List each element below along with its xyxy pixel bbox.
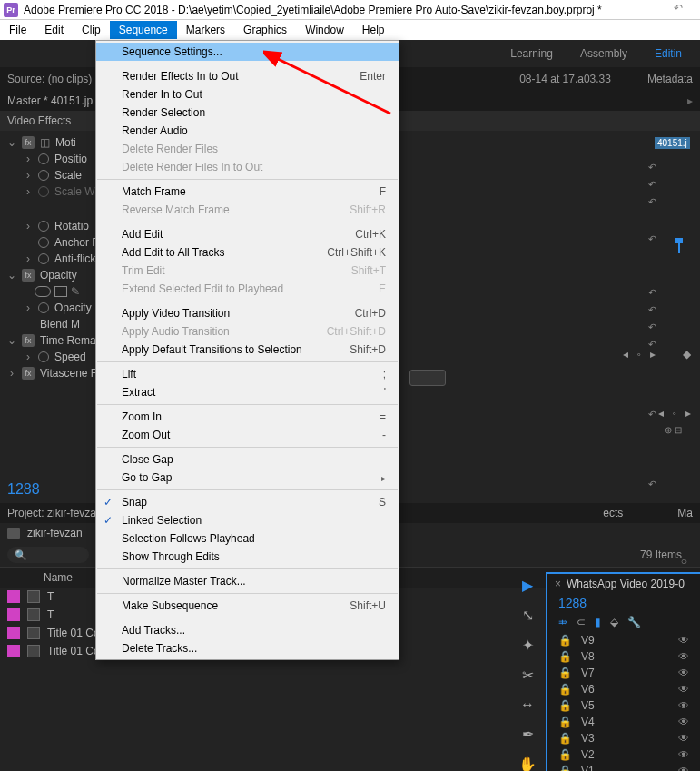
prev-keyframe-icon[interactable]: ◂ <box>623 348 628 361</box>
twirl-icon[interactable]: ⌄ <box>7 334 16 347</box>
sequence-tab[interactable]: WhatsApp Video 2019-0 <box>567 578 685 590</box>
menu-item-make-subsequence[interactable]: Make SubsequenceShift+U <box>96 597 399 615</box>
menu-item-snap[interactable]: ✓SnapS <box>96 493 399 511</box>
menu-item-lift[interactable]: Lift; <box>96 365 399 383</box>
mask-ellipse-icon[interactable] <box>35 286 51 297</box>
close-icon[interactable]: × <box>555 578 561 590</box>
stopwatch-icon[interactable] <box>38 351 49 362</box>
menu-item-render-selection[interactable]: Render Selection <box>96 104 399 122</box>
menu-edit[interactable]: Edit <box>35 21 73 39</box>
twirl-icon[interactable]: › <box>24 301 33 314</box>
zoom-scrollbar[interactable]: ○ <box>681 555 687 568</box>
twirl-icon[interactable]: ⌄ <box>7 269 16 282</box>
workspace-assembly[interactable]: Assembly <box>580 47 627 60</box>
effect-time-remap[interactable]: Time Rema <box>40 334 96 347</box>
pen-tool-icon[interactable]: ✒ <box>522 726 534 743</box>
lock-icon[interactable]: 🔒 <box>558 699 572 712</box>
stopwatch-icon[interactable] <box>38 302 49 313</box>
eye-icon[interactable]: 👁 <box>678 699 689 712</box>
marker-icon[interactable]: ▮ <box>595 616 601 628</box>
param-opacity[interactable]: Opacity <box>54 301 92 314</box>
fx-badge[interactable]: fx <box>22 334 35 347</box>
wrench-icon[interactable]: 🔧 <box>627 616 641 628</box>
menu-item-zoom-out[interactable]: Zoom Out- <box>96 426 399 444</box>
reset-icon[interactable]: ↶ <box>670 2 686 15</box>
razor-tool-icon[interactable]: ✂ <box>522 667 534 684</box>
reset-icon[interactable]: ↶ <box>648 304 656 316</box>
search-input[interactable] <box>7 547 89 563</box>
mask-pen-icon[interactable]: ✎ <box>71 285 80 298</box>
menu-item-add-edit[interactable]: Add EditCtrl+K <box>96 225 399 243</box>
metadata-tab[interactable]: Metadata <box>647 73 693 85</box>
workspace-learning[interactable]: Learning <box>510 47 553 60</box>
ripple-edit-tool-icon[interactable]: ✦ <box>522 637 534 654</box>
lock-icon[interactable]: 🔒 <box>558 667 572 679</box>
lock-icon[interactable]: 🔒 <box>558 683 572 696</box>
next-keyframe-icon[interactable]: ▸ <box>685 407 691 420</box>
twirl-icon[interactable]: › <box>24 252 33 265</box>
reset-icon[interactable]: ↶ <box>648 409 656 420</box>
mask-rect-icon[interactable] <box>54 286 67 297</box>
menu-window[interactable]: Window <box>296 21 353 39</box>
twirl-icon[interactable]: › <box>7 367 16 380</box>
track-header[interactable]: 🔒V6👁 <box>547 681 700 697</box>
playhead-marker[interactable] <box>678 242 680 253</box>
twirl-icon[interactable]: › <box>24 351 33 363</box>
reset-icon[interactable]: ↶ <box>648 179 656 191</box>
menu-item-zoom-in[interactable]: Zoom In= <box>96 408 399 426</box>
menu-help[interactable]: Help <box>353 21 394 39</box>
reset-icon[interactable]: ↶ <box>648 233 656 245</box>
next-keyframe-icon[interactable]: ▸ <box>650 348 656 361</box>
label-color-chip[interactable] <box>7 645 20 657</box>
menu-item-apply-video-transition[interactable]: Apply Video TransitionCtrl+D <box>96 304 399 322</box>
stopwatch-icon[interactable] <box>38 253 49 264</box>
fx-badge[interactable]: fx <box>22 269 35 282</box>
source-label[interactable]: Source: (no clips) <box>7 73 92 85</box>
track-header[interactable]: 🔒V3👁 <box>547 730 700 746</box>
track-header[interactable]: 🔒V8👁 <box>547 648 700 665</box>
snap-icon[interactable]: ⤃ <box>558 616 567 628</box>
fx-badge[interactable]: fx <box>22 136 35 149</box>
add-keyframe-icon[interactable]: ◦ <box>637 348 641 361</box>
lock-icon[interactable]: 🔒 <box>558 650 572 663</box>
menu-item-extract[interactable]: Extract' <box>96 383 399 401</box>
slip-tool-icon[interactable]: ↔ <box>520 697 535 713</box>
blend-mode-dropdown[interactable] <box>409 370 446 386</box>
menu-graphics[interactable]: Graphics <box>234 21 296 39</box>
lock-icon[interactable]: 🔒 <box>558 716 572 728</box>
menu-item-sequence-settings[interactable]: Sequence Settings... <box>96 43 399 61</box>
selection-tool-icon[interactable]: ▶ <box>522 577 533 594</box>
reset-icon[interactable]: ↶ <box>648 162 656 173</box>
menu-item-delete-tracks[interactable]: Delete Tracks... <box>96 639 399 657</box>
lock-icon[interactable]: 🔒 <box>558 748 572 761</box>
eye-icon[interactable]: 👁 <box>678 667 689 679</box>
stopwatch-icon[interactable] <box>38 237 49 248</box>
param-position[interactable]: Positio <box>54 153 87 165</box>
track-header[interactable]: 🔒V1👁 <box>547 763 700 771</box>
menu-item-apply-default-transitions-to-selection[interactable]: Apply Default Transitions to SelectionSh… <box>96 341 399 359</box>
eye-icon[interactable]: 👁 <box>678 716 689 728</box>
effect-vitascene[interactable]: Vitascene F <box>40 367 97 380</box>
param-anchor[interactable]: Anchor F <box>54 236 99 249</box>
project-tab[interactable]: Project: zikir-fevza <box>7 507 96 519</box>
stopwatch-icon[interactable] <box>38 221 49 232</box>
stopwatch-icon[interactable] <box>38 153 49 164</box>
track-header[interactable]: 🔒V2👁 <box>547 746 700 763</box>
menu-item-render-audio[interactable]: Render Audio <box>96 122 399 140</box>
track-header[interactable]: 🔒V4👁 <box>547 714 700 730</box>
keyframe-diamond-icon[interactable]: ◆ <box>683 348 691 361</box>
param-scale[interactable]: Scale <box>54 169 82 182</box>
playhead-icon[interactable]: ▸ <box>687 94 693 107</box>
menu-item-add-tracks[interactable]: Add Tracks... <box>96 621 399 639</box>
label-color-chip[interactable] <box>7 608 20 621</box>
menu-sequence[interactable]: Sequence <box>110 21 177 39</box>
twirl-icon[interactable]: ⌄ <box>7 136 16 149</box>
menu-item-show-through-edits[interactable]: Show Through Edits <box>96 548 399 566</box>
menu-item-close-gap[interactable]: Close Gap <box>96 450 399 469</box>
lock-icon[interactable]: 🔒 <box>558 765 572 771</box>
menu-item-render-effects-in-to-out[interactable]: Render Effects In to OutEnter <box>96 67 399 85</box>
bin-name[interactable]: zikir-fevzan <box>27 527 83 539</box>
prev-keyframe-icon[interactable]: ◂ <box>658 407 664 420</box>
eye-icon[interactable]: 👁 <box>678 765 689 771</box>
bin-icon[interactable] <box>7 528 20 539</box>
